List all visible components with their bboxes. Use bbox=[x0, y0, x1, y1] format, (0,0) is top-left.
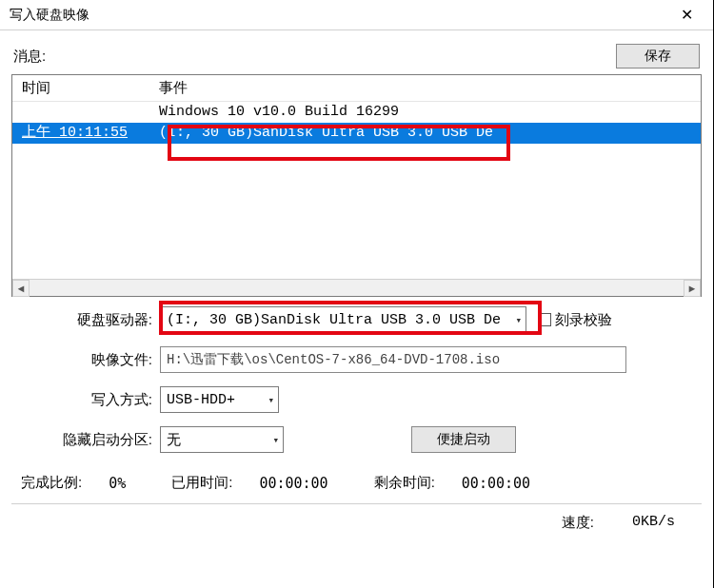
chevron-down-icon: ▾ bbox=[268, 394, 274, 406]
image-label: 映像文件: bbox=[21, 351, 160, 369]
log-col-time: 时间 bbox=[12, 79, 155, 97]
speed-value: 0KB/s bbox=[632, 514, 675, 532]
row-write-mode: 写入方式: USB-HDD+ ▾ bbox=[21, 386, 692, 413]
drive-select[interactable]: (I:, 30 GB)SanDisk Ultra USB 3.0 USB De … bbox=[160, 306, 526, 333]
row-image: 映像文件: H:\迅雷下载\os\CentOS-7-x86_64-DVD-170… bbox=[21, 346, 692, 373]
done-value: 0% bbox=[109, 475, 126, 492]
remain-label: 剩余时间: bbox=[374, 474, 435, 492]
write-mode-value: USB-HDD+ bbox=[167, 392, 235, 408]
checkbox-box-icon bbox=[538, 313, 551, 326]
log-panel: 时间 事件 Windows 10 v10.0 Build 16299 上午 10… bbox=[11, 74, 702, 297]
log-row-selected[interactable]: 上午 10:11:55 (I:, 30 GB)SanDisk Ultra USB… bbox=[12, 123, 701, 144]
chevron-down-icon: ▾ bbox=[515, 314, 522, 326]
content: 消息: 保存 时间 事件 Windows 10 v10.0 Build 1629… bbox=[0, 30, 713, 536]
portable-boot-button[interactable]: 便捷启动 bbox=[411, 426, 516, 453]
messages-header: 消息: 保存 bbox=[13, 44, 700, 69]
close-icon[interactable]: ✕ bbox=[667, 2, 705, 29]
log-row[interactable]: Windows 10 v10.0 Build 16299 bbox=[12, 102, 701, 123]
verify-label: 刻录校验 bbox=[555, 311, 612, 329]
form-area: 硬盘驱动器: (I:, 30 GB)SanDisk Ultra USB 3.0 … bbox=[11, 297, 702, 470]
scroll-left-icon[interactable]: ◄ bbox=[12, 280, 30, 297]
save-button[interactable]: 保存 bbox=[616, 44, 700, 69]
log-header: 时间 事件 bbox=[12, 75, 701, 102]
hidden-boot-label: 隐藏启动分区: bbox=[21, 431, 160, 449]
log-rows: Windows 10 v10.0 Build 16299 上午 10:11:55… bbox=[12, 102, 701, 279]
verify-checkbox[interactable]: 刻录校验 bbox=[538, 311, 612, 329]
hidden-boot-value: 无 bbox=[167, 431, 181, 449]
divider bbox=[11, 503, 702, 504]
log-cell-event: Windows 10 v10.0 Build 16299 bbox=[155, 102, 701, 123]
image-file-input[interactable]: H:\迅雷下载\os\CentOS-7-x86_64-DVD-1708.iso bbox=[160, 346, 626, 373]
remain-value: 00:00:00 bbox=[462, 475, 530, 492]
speed-row: 速度: 0KB/s bbox=[11, 508, 702, 532]
status-row: 完成比例: 0% 已用时间: 00:00:00 剩余时间: 00:00:00 bbox=[11, 470, 702, 501]
window-title: 写入硬盘映像 bbox=[10, 7, 89, 24]
scroll-right-icon[interactable]: ► bbox=[684, 280, 701, 297]
elapsed-label: 已用时间: bbox=[171, 474, 232, 492]
log-cell-event: (I:, 30 GB)SanDisk Ultra USB 3.0 USB De bbox=[155, 123, 701, 144]
titlebar: 写入硬盘映像 ✕ bbox=[0, 0, 713, 30]
chevron-down-icon: ▾ bbox=[272, 434, 279, 446]
elapsed-value: 00:00:00 bbox=[259, 475, 327, 492]
image-file-value: H:\迅雷下载\os\CentOS-7-x86_64-DVD-1708.iso bbox=[167, 351, 500, 368]
speed-label: 速度: bbox=[562, 514, 594, 532]
drive-select-value: (I:, 30 GB)SanDisk Ultra USB 3.0 USB De bbox=[167, 312, 501, 328]
horizontal-scrollbar[interactable]: ◄ ► bbox=[12, 279, 701, 296]
row-drive: 硬盘驱动器: (I:, 30 GB)SanDisk Ultra USB 3.0 … bbox=[21, 306, 692, 333]
log-cell-time: 上午 10:11:55 bbox=[12, 123, 155, 144]
write-mode-select[interactable]: USB-HDD+ ▾ bbox=[160, 386, 279, 413]
write-mode-label: 写入方式: bbox=[21, 391, 160, 409]
done-label: 完成比例: bbox=[21, 474, 82, 492]
drive-label: 硬盘驱动器: bbox=[21, 311, 160, 329]
row-hidden-boot: 隐藏启动分区: 无 ▾ 便捷启动 bbox=[21, 426, 692, 453]
hidden-boot-select[interactable]: 无 ▾ bbox=[160, 426, 284, 453]
log-col-event: 事件 bbox=[155, 79, 701, 97]
messages-label: 消息: bbox=[13, 48, 46, 66]
scroll-track[interactable] bbox=[30, 280, 684, 296]
